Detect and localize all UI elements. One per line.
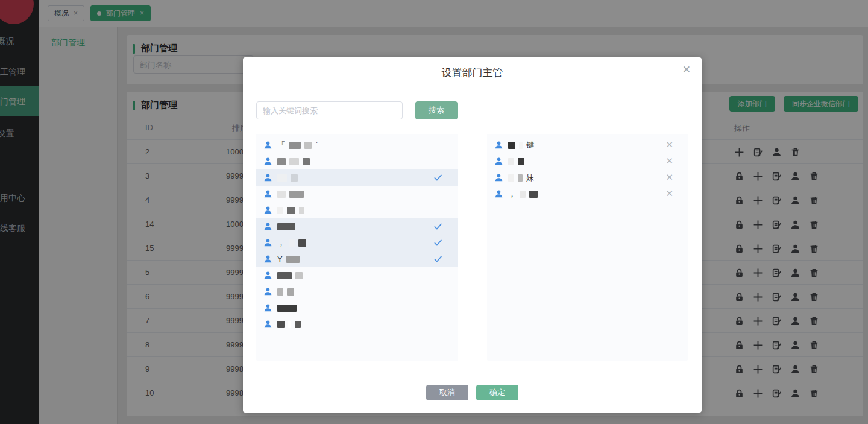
redacted-name-block — [298, 239, 306, 247]
name-fragment: ， — [508, 189, 516, 200]
candidate-row[interactable] — [256, 186, 458, 202]
redacted-name-block — [277, 288, 283, 296]
person-icon — [263, 271, 272, 280]
person-icon — [263, 206, 272, 215]
name-fragment: 『 — [277, 140, 285, 151]
candidate-row[interactable] — [256, 202, 458, 218]
redacted-name-block — [277, 207, 283, 214]
remove-icon[interactable]: ✕ — [665, 156, 673, 165]
modal-footer: 取消 确定 — [243, 385, 702, 400]
candidate-row[interactable] — [256, 300, 458, 316]
redacted-name-block — [286, 256, 300, 263]
remove-icon[interactable]: ✕ — [665, 140, 673, 149]
check-icon — [433, 222, 442, 231]
candidate-row[interactable]: 『` — [256, 137, 458, 153]
person-icon — [494, 157, 503, 166]
redacted-name-block — [529, 191, 538, 198]
redacted-name-block — [508, 174, 514, 182]
redacted-name-block — [508, 158, 514, 165]
redacted-name-block — [518, 174, 523, 182]
redacted-name-block — [303, 158, 310, 165]
redacted-name-block — [295, 272, 303, 279]
redacted-name-block — [289, 239, 295, 247]
person-icon — [263, 320, 272, 329]
redacted-name-block — [508, 142, 515, 149]
redacted-name-block — [277, 223, 295, 230]
redacted-name-block — [289, 158, 299, 165]
candidate-row[interactable] — [256, 218, 458, 235]
redacted-name-block — [299, 207, 304, 214]
selected-member-row: ✕ — [487, 153, 688, 169]
redacted-name-block — [287, 207, 295, 214]
selected-member-row: 妹✕ — [487, 169, 688, 186]
person-icon — [263, 157, 272, 166]
cancel-button[interactable]: 取消 — [426, 385, 468, 400]
selected-member-row: 键✕ — [487, 137, 688, 153]
person-icon — [263, 222, 272, 231]
person-icon — [494, 141, 503, 150]
redacted-name-block — [287, 288, 294, 296]
redacted-name-block — [518, 158, 524, 165]
person-icon — [494, 189, 503, 198]
selected-member-row: ，✕ — [487, 186, 688, 202]
confirm-button[interactable]: 确定 — [476, 385, 518, 400]
candidate-list: 『`，Y — [256, 134, 458, 361]
remove-icon[interactable]: ✕ — [665, 189, 673, 198]
modal-title: 设置部门主管 — [243, 66, 702, 80]
person-icon — [263, 238, 272, 247]
candidate-row[interactable] — [256, 316, 458, 332]
candidate-row[interactable] — [256, 283, 458, 300]
search-button[interactable]: 搜索 — [415, 101, 458, 119]
close-icon[interactable]: ✕ — [682, 65, 691, 75]
redacted-name-block — [288, 321, 291, 328]
redacted-name-block — [277, 321, 285, 328]
redacted-name-block — [289, 191, 304, 198]
redacted-name-block — [289, 142, 301, 149]
set-department-manager-modal: 设置部门主管 ✕ 搜索 『`，Y 键✕✕妹✕，✕ 取消 确定 — [243, 57, 702, 413]
check-icon — [433, 255, 442, 264]
selected-list: 键✕✕妹✕，✕ — [487, 134, 688, 361]
person-icon — [263, 287, 272, 296]
keyword-search-input[interactable] — [256, 101, 403, 119]
redacted-name-block — [519, 142, 523, 149]
redacted-name-block — [277, 191, 286, 198]
redacted-name-block — [520, 191, 526, 198]
redacted-name-block — [277, 305, 297, 312]
candidate-row[interactable]: ， — [256, 235, 458, 251]
redacted-name-block — [277, 272, 292, 279]
check-icon — [433, 173, 442, 182]
person-icon — [263, 255, 272, 264]
redacted-name-block — [277, 174, 287, 182]
name-fragment: Y — [277, 255, 283, 264]
name-fragment: 妹 — [526, 172, 534, 183]
redacted-name-block — [291, 174, 298, 182]
candidate-row[interactable] — [256, 169, 458, 186]
name-fragment: ， — [277, 238, 285, 248]
redacted-name-block — [295, 321, 301, 328]
candidate-row[interactable] — [256, 153, 458, 169]
candidate-row[interactable] — [256, 267, 458, 283]
check-icon — [433, 238, 442, 247]
person-icon — [263, 173, 272, 182]
remove-icon[interactable]: ✕ — [665, 172, 673, 182]
candidate-row[interactable]: Y — [256, 251, 458, 267]
person-icon — [263, 141, 272, 150]
person-icon — [263, 303, 272, 312]
redacted-name-block — [304, 142, 312, 149]
redacted-name-block — [277, 158, 286, 165]
name-fragment: 键 — [526, 140, 534, 151]
person-icon — [494, 173, 503, 182]
person-icon — [263, 189, 272, 198]
name-fragment: ` — [315, 141, 318, 150]
